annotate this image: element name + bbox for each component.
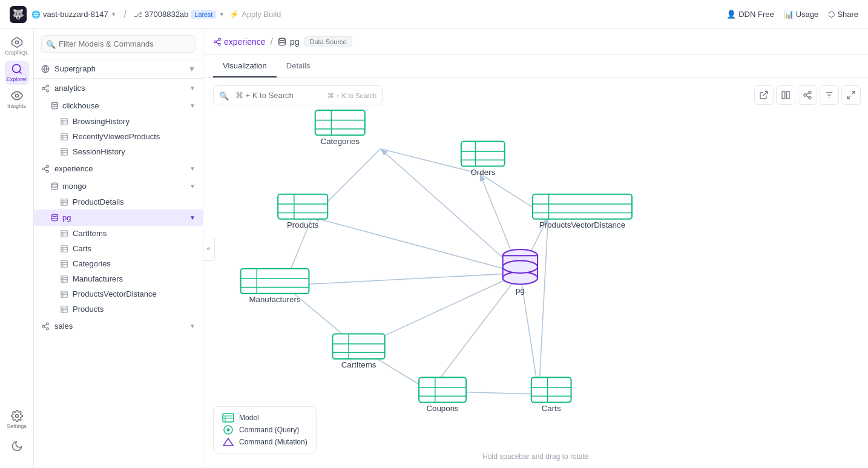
model-icon bbox=[61, 230, 68, 237]
svg-rect-32 bbox=[61, 199, 68, 205]
graph-expand-button[interactable] bbox=[841, 85, 861, 105]
sidebar-search-icon: 🔍 bbox=[46, 39, 56, 48]
list-item[interactable]: SessionHistory bbox=[34, 144, 203, 159]
list-item[interactable]: ProductsVectorDistance bbox=[34, 286, 203, 302]
node-products[interactable]: Products bbox=[278, 194, 327, 229]
apply-build-button[interactable]: ⚡ Apply Build bbox=[229, 10, 281, 19]
project-selector[interactable]: 🌐 vast-buzzard-8147 ▼ bbox=[31, 10, 117, 19]
graph-search: 🔍 ⌘ + K to Search bbox=[213, 85, 383, 105]
list-item[interactable]: Manufacturers bbox=[34, 271, 203, 286]
sidebar-search-input[interactable] bbox=[41, 35, 196, 53]
svg-rect-112 bbox=[278, 194, 327, 219]
list-item[interactable]: Products bbox=[34, 302, 203, 317]
svg-rect-41 bbox=[61, 245, 68, 252]
list-item[interactable]: RecentlyViewedProducts bbox=[34, 129, 203, 144]
svg-point-62 bbox=[42, 325, 45, 328]
svg-text:Products: Products bbox=[287, 220, 319, 229]
sales-section-header[interactable]: sales ▼ bbox=[34, 317, 203, 335]
list-item[interactable]: BrowsingHistory bbox=[34, 114, 203, 129]
svg-line-11 bbox=[44, 88, 47, 90]
analytics-label: analytics bbox=[54, 84, 85, 93]
svg-line-78 bbox=[806, 96, 809, 97]
theme-icon-item[interactable] bbox=[5, 434, 29, 458]
experience-section-header[interactable]: experience ▼ bbox=[34, 159, 203, 178]
supergraph-expand-icon[interactable]: ▼ bbox=[188, 65, 196, 73]
breadcrumb: experience / pg Data Source bbox=[203, 29, 868, 55]
list-item[interactable]: ProductDetails bbox=[34, 194, 203, 209]
legend-query-icon bbox=[222, 425, 234, 435]
sales-chevron: ▼ bbox=[189, 323, 196, 329]
share-button[interactable]: ⬡ Share bbox=[828, 10, 858, 19]
legend-model-icon bbox=[222, 413, 234, 423]
tab-visualization[interactable]: Visualization bbox=[213, 55, 277, 77]
analytics-section-header[interactable]: analytics ▼ bbox=[34, 79, 203, 97]
svg-line-29 bbox=[44, 169, 47, 170]
sidebar-section-experience: experience ▼ mongo ▼ ProductDetails bbox=[34, 159, 203, 317]
sidebar-tree: Supergraph ▼ analytics ▼ clickho bbox=[34, 59, 203, 468]
mongo-header[interactable]: mongo ▼ bbox=[34, 178, 203, 194]
list-item[interactable]: Categories bbox=[34, 256, 203, 271]
svg-rect-45 bbox=[61, 260, 68, 267]
node-orders[interactable]: Orders bbox=[461, 141, 505, 176]
svg-rect-74 bbox=[786, 91, 789, 99]
model-icon bbox=[61, 275, 68, 283]
node-manufacturers[interactable]: Manufacturers bbox=[241, 269, 309, 304]
svg-text:Manufacturers: Manufacturers bbox=[249, 295, 301, 304]
graph-share-button[interactable] bbox=[798, 85, 817, 105]
svg-point-5 bbox=[15, 415, 18, 418]
model-icon bbox=[61, 291, 68, 298]
model-icon bbox=[61, 260, 68, 268]
settings-icon-item[interactable]: Settings bbox=[5, 407, 29, 432]
sidebar-collapse-button[interactable]: « bbox=[203, 237, 215, 261]
pg-header[interactable]: pg ▼ bbox=[34, 209, 203, 226]
svg-line-70 bbox=[216, 40, 219, 41]
globe-icon bbox=[41, 65, 50, 73]
subgraph-icon bbox=[41, 322, 50, 331]
content-area: « experience / pg Data Source Visualizat… bbox=[203, 29, 868, 468]
graph-columns-button[interactable] bbox=[776, 85, 795, 105]
svg-point-124 bbox=[503, 272, 538, 285]
ddn-free-button[interactable]: 👤 DDN Free bbox=[726, 10, 774, 19]
node-cartitems[interactable]: CartItems bbox=[332, 334, 384, 369]
svg-line-79 bbox=[806, 93, 809, 94]
mongo-label: mongo bbox=[62, 182, 87, 191]
usage-button[interactable]: 📊 Usage bbox=[784, 10, 819, 19]
svg-rect-132 bbox=[332, 334, 384, 359]
insights-icon-item[interactable]: Insights bbox=[5, 87, 29, 111]
list-item[interactable]: Carts bbox=[34, 241, 203, 256]
breadcrumb-parent-link[interactable]: experience bbox=[213, 37, 266, 47]
clickhouse-header[interactable]: clickhouse ▼ bbox=[34, 97, 203, 114]
svg-text:Categories: Categories bbox=[321, 137, 360, 146]
breadcrumb-parent-icon bbox=[213, 38, 222, 46]
svg-line-90 bbox=[284, 273, 520, 286]
hint-text: Hold spacebar and drag to rotate bbox=[203, 452, 868, 461]
node-carts[interactable]: Carts bbox=[531, 377, 571, 412]
svg-marker-0 bbox=[12, 38, 22, 48]
branch-selector[interactable]: ⎇ 37008832ab Latest ▼ bbox=[134, 10, 225, 19]
node-products-vector-distance[interactable]: ProductsVectorDistance bbox=[533, 194, 632, 229]
svg-point-1 bbox=[15, 41, 18, 44]
model-icon bbox=[61, 148, 68, 156]
graph-connect-button[interactable] bbox=[754, 85, 774, 105]
subgraph-icon bbox=[41, 84, 50, 93]
graph-filter-button[interactable] bbox=[820, 85, 839, 105]
list-item[interactable]: CartItems bbox=[34, 226, 203, 241]
svg-rect-127 bbox=[241, 269, 309, 294]
svg-rect-57 bbox=[61, 306, 68, 312]
svg-text:Orders: Orders bbox=[470, 168, 495, 177]
svg-point-76 bbox=[804, 94, 806, 96]
svg-line-101 bbox=[539, 217, 548, 394]
node-categories[interactable]: Categories bbox=[315, 110, 365, 145]
tab-details[interactable]: Details bbox=[277, 55, 320, 77]
svg-point-67 bbox=[214, 41, 217, 43]
graphql-icon-item[interactable]: GraphiQL bbox=[5, 34, 29, 58]
sales-label: sales bbox=[54, 321, 73, 331]
datasource-icon bbox=[51, 182, 59, 190]
node-pg-datasource[interactable]: pg bbox=[503, 249, 538, 295]
supergraph-header: Supergraph ▼ bbox=[34, 59, 203, 79]
explorer-icon-item[interactable]: Explorer bbox=[5, 61, 29, 85]
model-icon bbox=[61, 306, 68, 313]
node-coupons[interactable]: Coupons bbox=[419, 377, 466, 412]
svg-line-72 bbox=[763, 91, 768, 96]
legend-query: Command (Query) bbox=[222, 425, 307, 435]
